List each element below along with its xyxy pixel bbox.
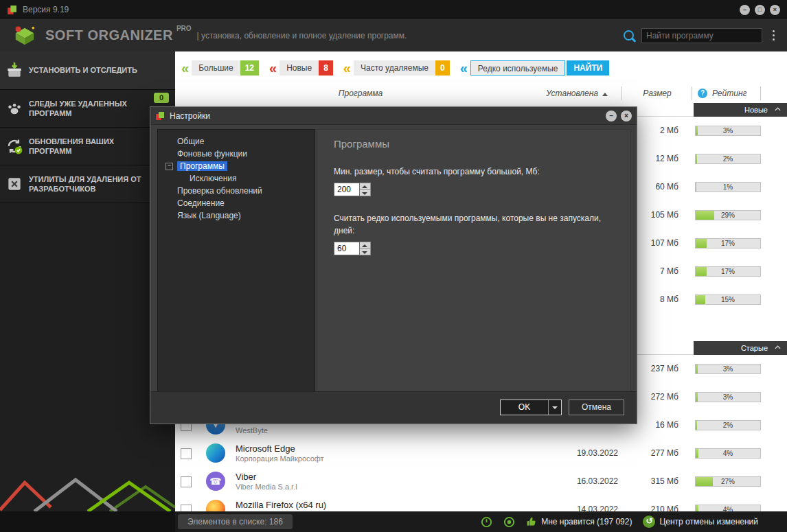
- decoration-zigzag: [0, 476, 175, 511]
- column-divider: [760, 86, 761, 100]
- filter-label[interactable]: Новые: [280, 60, 319, 76]
- dialog-minimize-button[interactable]: –: [606, 111, 617, 122]
- spinner-down-button[interactable]: [360, 248, 371, 256]
- tree-item-language[interactable]: Язык (Language): [158, 209, 315, 222]
- settings-dialog: Настройки – × Общие Фоновые функции Прог…: [150, 106, 637, 424]
- filter-count-badge: 0: [435, 60, 450, 76]
- traces-count-badge: 0: [154, 93, 169, 103]
- filter-rarely-used[interactable]: Редко используемые НАЙТИ: [460, 60, 610, 76]
- min-size-spinner: [334, 183, 374, 196]
- table-row[interactable]: Mozilla Firefox (x64 ru) Mozilla 14.03.2…: [175, 496, 787, 511]
- status-indicator-icon-2[interactable]: [503, 516, 515, 528]
- sidebar-item-label: ОБНОВЛЕНИЯ ВАШИХ ПРОГРАММ: [29, 137, 156, 157]
- close-button[interactable]: ×: [770, 5, 780, 15]
- status-bar-left: [0, 511, 175, 532]
- spinner-down-button[interactable]: [360, 189, 371, 197]
- tree-item-background[interactable]: Фоновые функции: [158, 148, 315, 160]
- column-installed[interactable]: Установлена: [518, 84, 608, 103]
- dialog-title-bar: Настройки – ×: [150, 107, 637, 125]
- title-bar: Версия 9.19 – □ ×: [0, 0, 787, 19]
- search-input[interactable]: [641, 28, 762, 43]
- dialog-close-button[interactable]: ×: [621, 111, 632, 122]
- column-rating[interactable]: Рейтинг: [712, 84, 767, 103]
- items-count: Элементов в списке: 186: [178, 514, 293, 529]
- installed-date-cell: 19.03.2022: [515, 439, 618, 467]
- group-collapse-old[interactable]: Старые: [694, 341, 787, 355]
- program-icon-edge: [206, 443, 225, 463]
- spinner-up-button[interactable]: [360, 183, 371, 189]
- sidebar-item-install-track[interactable]: УСТАНОВИТЬ И ОТСЛЕДИТЬ: [0, 51, 175, 90]
- rating-bar: 4%: [695, 505, 761, 511]
- min-size-input[interactable]: [334, 183, 360, 196]
- tree-collapse-icon[interactable]: [166, 163, 173, 170]
- installed-date-cell: 14.03.2022: [515, 496, 618, 511]
- brand-tagline: | установка, обновление и полное удалени…: [197, 31, 407, 41]
- filter-large[interactable]: Большие 12: [181, 60, 259, 76]
- rating-bar: 3%: [695, 126, 761, 136]
- status-indicator-icon-1[interactable]: [481, 516, 492, 528]
- tree-item-general[interactable]: Общие: [158, 135, 315, 148]
- tree-item-connection[interactable]: Соединение: [158, 197, 315, 209]
- find-button[interactable]: НАЙТИ: [567, 60, 609, 76]
- chevron-left-icon: [181, 60, 189, 76]
- menu-kebab-icon[interactable]: [770, 29, 777, 42]
- uninstall-tools-icon: [0, 175, 29, 193]
- table-row[interactable]: Viber Viber Media S.a.r.l 16.03.2022 315…: [175, 467, 787, 496]
- column-program[interactable]: Программа: [319, 84, 402, 103]
- undo-icon: [643, 516, 655, 528]
- table-row[interactable]: Microsoft Edge Корпорация Майкрософт 19.…: [175, 439, 787, 467]
- filter-new[interactable]: Новые 8: [269, 60, 333, 76]
- chevron-up-icon: [775, 107, 781, 111]
- filter-label[interactable]: Редко используемые: [470, 60, 566, 76]
- row-checkbox[interactable]: [181, 448, 192, 459]
- sidebar-item-vendor-uninstallers[interactable]: УТИЛИТЫ ДЛЯ УДАЛЕНИЯ ОТ РАЗРАБОТЧИКОВ: [0, 165, 175, 203]
- sort-ascending-icon: [602, 93, 608, 96]
- updates-icon: [0, 137, 29, 155]
- row-checkbox[interactable]: [181, 505, 192, 511]
- ok-dropdown-icon[interactable]: [548, 400, 561, 415]
- tree-item-exclusions[interactable]: Исключения: [158, 172, 315, 185]
- dialog-footer: OK Отмена: [150, 391, 637, 424]
- sidebar-item-traces[interactable]: СЛЕДЫ УЖЕ УДАЛЕННЫХ ПРОГРАММ: [0, 90, 175, 128]
- filter-count-badge: 8: [319, 60, 333, 76]
- sidebar: УСТАНОВИТЬ И ОТСЛЕДИТЬ СЛЕДЫ УЖЕ УДАЛЕНН…: [0, 51, 175, 511]
- program-publisher: Viber Media S.a.r.l: [236, 483, 297, 491]
- ok-button[interactable]: OK: [501, 400, 548, 415]
- ok-split-button[interactable]: OK: [500, 400, 562, 415]
- tree-item-update-check[interactable]: Проверка обновлений: [158, 185, 315, 197]
- soft-organizer-logo: [11, 24, 38, 47]
- filter-label[interactable]: Большие: [192, 60, 240, 76]
- minimize-button[interactable]: –: [740, 5, 750, 15]
- filter-often-removed[interactable]: Часто удаляемые 0: [343, 60, 450, 76]
- rating-bar: 1%: [695, 182, 761, 192]
- filter-label[interactable]: Часто удаляемые: [354, 60, 435, 76]
- rating-bar: 3%: [695, 364, 761, 374]
- brand-name: SOFT ORGANIZER: [45, 27, 173, 43]
- sidebar-item-updates[interactable]: ОБНОВЛЕНИЯ ВАШИХ ПРОГРАММ: [0, 128, 175, 165]
- rating-bar: 17%: [695, 238, 761, 248]
- rating-bar: 2%: [695, 420, 761, 430]
- column-size[interactable]: Размер: [623, 84, 692, 103]
- rarely-used-input[interactable]: [334, 242, 360, 255]
- app-logo-icon: [155, 111, 165, 121]
- program-name: Microsoft Edge: [236, 443, 295, 454]
- rating-help-icon[interactable]: ?: [698, 89, 707, 98]
- chevron-left-icon: [460, 60, 468, 76]
- row-checkbox[interactable]: [181, 476, 192, 487]
- group-collapse-new[interactable]: Новые: [694, 103, 787, 117]
- tree-item-programs[interactable]: Программы: [158, 160, 315, 172]
- spinner-up-button[interactable]: [360, 242, 371, 248]
- undo-center-button[interactable]: Центр отмены изменений: [643, 516, 758, 528]
- column-divider: [692, 86, 692, 100]
- filter-count-badge: 12: [240, 60, 259, 76]
- paw-icon: [0, 100, 29, 117]
- window-title: Версия 9.19: [23, 5, 69, 14]
- app-header: SOFT ORGANIZER PRO | установка, обновлен…: [0, 19, 787, 51]
- chevron-up-icon: [775, 345, 781, 349]
- maximize-button[interactable]: □: [755, 5, 765, 15]
- search-icon[interactable]: [624, 30, 634, 41]
- app-logo-icon: [7, 5, 17, 15]
- cancel-button[interactable]: Отмена: [569, 400, 624, 415]
- settings-tree: Общие Фоновые функции Программы Исключен…: [157, 129, 315, 392]
- like-button[interactable]: Мне нравится (197 092): [526, 516, 632, 527]
